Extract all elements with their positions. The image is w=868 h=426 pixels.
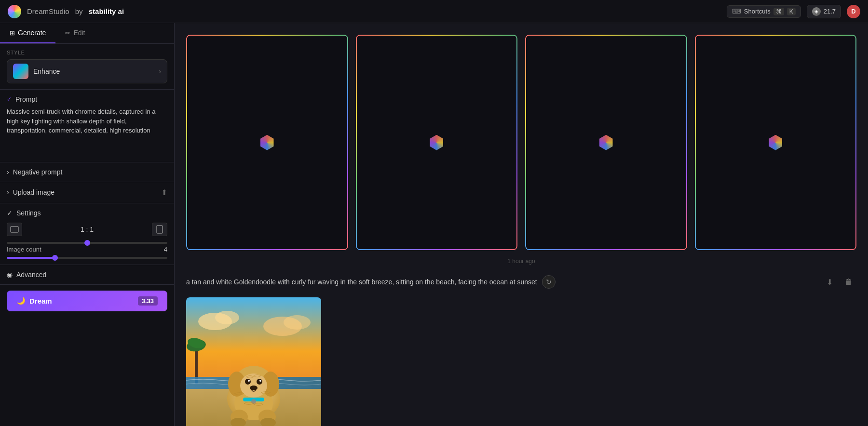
- aspect-landscape-btn[interactable]: [7, 223, 22, 236]
- edit-icon: ✏: [65, 29, 70, 37]
- credits-icon: ◈: [812, 7, 821, 16]
- generating-image-1: [186, 35, 348, 250]
- tab-edit-label: Edit: [73, 29, 85, 37]
- svg-point-26: [250, 386, 258, 390]
- shortcuts-button[interactable]: ⌨ Shortcuts ⌘ K: [727, 5, 801, 18]
- prompt-result-left: a tan and white Goldendoodle with curly …: [186, 275, 556, 289]
- style-name-label: Enhance: [33, 67, 60, 75]
- loading-spinner-4: [768, 135, 783, 150]
- aspect-slider-thumb: [84, 240, 90, 246]
- shortcuts-label: Shortcuts: [744, 8, 771, 15]
- svg-point-25: [259, 380, 261, 382]
- dream-cost: 3.33: [138, 296, 158, 306]
- style-selector[interactable]: Enhance ›: [7, 59, 167, 83]
- header-logo-area: DreamStudio by stability ai: [8, 5, 126, 18]
- prompt-result-row: a tan and white Goldendoodle with curly …: [186, 274, 856, 290]
- image-count-label: Image count: [7, 246, 41, 253]
- image-count-row: Image count 4: [7, 246, 167, 253]
- app-header: DreamStudio by stability ai ⌨ Shortcuts …: [0, 0, 868, 23]
- style-section-label: Style: [7, 50, 167, 55]
- negative-prompt-header[interactable]: › Negative prompt: [7, 168, 167, 176]
- generating-image-3: [525, 35, 687, 250]
- advanced-section: ◉ Advanced: [0, 265, 174, 285]
- settings-header[interactable]: ✓ Settings: [7, 209, 167, 217]
- app-title: DreamStudio by stability ai: [25, 7, 126, 15]
- shortcuts-key-k: K: [787, 8, 796, 15]
- generated-image-container[interactable]: [186, 297, 321, 426]
- settings-caret-icon: ✓: [7, 209, 13, 217]
- prompt-input[interactable]: [7, 107, 167, 154]
- logo-icon: [8, 5, 21, 18]
- upload-caret-icon: ›: [7, 188, 9, 196]
- tab-generate-label: Generate: [18, 29, 46, 37]
- negative-prompt-section: › Negative prompt: [0, 162, 174, 182]
- generate-icon: ⊞: [10, 29, 15, 37]
- style-thumbnail: [13, 64, 28, 79]
- aspect-ratio-controls: 1 : 1: [7, 223, 167, 236]
- chevron-right-icon: ›: [159, 67, 161, 75]
- shortcuts-key-cmd: ⌘: [773, 8, 784, 15]
- count-slider-thumb: [52, 255, 58, 261]
- header-actions: ⌨ Shortcuts ⌘ K ◈ 21.7 D: [727, 5, 860, 18]
- prompt-section: ✓ Prompt: [0, 90, 174, 162]
- content-area: 1 hour ago a tan and white Goldendoodle …: [175, 23, 868, 426]
- svg-point-4: [215, 311, 239, 324]
- moon-icon: 🌙: [16, 296, 26, 305]
- loading-spinner-3: [598, 135, 614, 150]
- brand-text: stability ai: [89, 7, 124, 15]
- dream-label: Dream: [29, 297, 52, 305]
- svg-rect-0: [11, 226, 18, 232]
- prompt-result-text: a tan and white Goldendoodle with curly …: [186, 278, 537, 286]
- avatar[interactable]: D: [847, 5, 860, 18]
- svg-point-23: [257, 379, 262, 385]
- by-text: by: [75, 7, 83, 15]
- prompt-label: Prompt: [15, 95, 37, 103]
- advanced-header[interactable]: ◉ Advanced: [7, 271, 167, 279]
- upload-header[interactable]: › Upload image ⬆: [7, 188, 167, 197]
- dream-button-left: 🌙 Dream: [16, 296, 52, 305]
- credits-display: ◈ 21.7: [807, 5, 841, 18]
- generating-image-2: [356, 35, 518, 250]
- dream-button[interactable]: 🌙 Dream 3.33: [7, 291, 167, 311]
- caret-down-icon: ✓: [7, 96, 12, 103]
- upload-arrow-icon: ⬆: [161, 188, 167, 197]
- sidebar: ⊞ Generate ✏ Edit Style Enhance › ✓: [0, 23, 175, 426]
- regenerate-button[interactable]: ↻: [542, 275, 556, 289]
- svg-rect-1: [157, 226, 163, 233]
- count-slider-track: [7, 257, 55, 259]
- avatar-letter: D: [851, 8, 855, 15]
- svg-point-24: [248, 380, 250, 382]
- upload-left: › Upload image: [7, 188, 54, 196]
- dog-image-svg: [186, 297, 321, 426]
- image-count-slider[interactable]: [7, 257, 167, 259]
- prompt-header[interactable]: ✓ Prompt: [7, 95, 167, 103]
- loading-spinner-1: [259, 135, 275, 150]
- timestamp: 1 hour ago: [186, 258, 856, 265]
- style-section: Style Enhance ›: [0, 44, 174, 90]
- generating-image-grid: [186, 35, 856, 250]
- generating-image-4: [695, 35, 857, 250]
- aspect-ratio-slider[interactable]: [7, 242, 167, 244]
- tab-edit[interactable]: ✏ Edit: [55, 23, 95, 43]
- loading-spinner-2: [429, 135, 444, 150]
- app-name-text: DreamStudio: [27, 7, 69, 15]
- upload-section: › Upload image ⬆: [0, 182, 174, 203]
- download-button[interactable]: ⬇: [822, 274, 837, 290]
- delete-button[interactable]: 🗑: [841, 274, 856, 290]
- credits-value: 21.7: [824, 8, 836, 15]
- advanced-label: Advanced: [16, 271, 46, 279]
- prompt-result-actions: ⬇ 🗑: [822, 274, 856, 290]
- aspect-ratio-value: 1 : 1: [81, 226, 94, 233]
- trash-icon: 🗑: [845, 278, 853, 286]
- caret-right-icon: ›: [7, 168, 9, 176]
- svg-point-6: [284, 315, 311, 330]
- upload-label: Upload image: [13, 188, 54, 196]
- tab-generate[interactable]: ⊞ Generate: [0, 23, 55, 43]
- aspect-portrait-btn[interactable]: [152, 223, 167, 236]
- tab-bar: ⊞ Generate ✏ Edit: [0, 23, 174, 44]
- keyboard-icon: ⌨: [732, 8, 741, 15]
- eye-icon: ◉: [7, 271, 13, 279]
- style-item-left: Enhance: [13, 64, 60, 79]
- svg-point-22: [245, 379, 251, 385]
- negative-prompt-label: Negative prompt: [13, 168, 63, 176]
